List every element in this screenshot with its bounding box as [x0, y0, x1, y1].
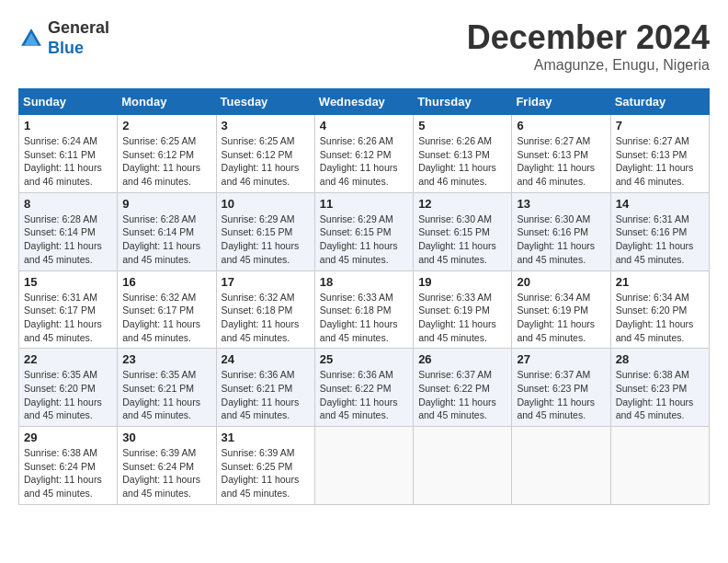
calendar-day-cell: 21 Sunrise: 6:34 AM Sunset: 6:20 PM Dayl… [610, 270, 709, 349]
day-info: Sunrise: 6:28 AM Sunset: 6:14 PM Dayligh… [122, 213, 210, 267]
day-of-week-header: Wednesday [314, 89, 413, 115]
day-info: Sunrise: 6:39 AM Sunset: 6:24 PM Dayligh… [122, 446, 210, 500]
day-number: 10 [222, 197, 310, 211]
calendar-day-cell: 15 Sunrise: 6:31 AM Sunset: 6:17 PM Dayl… [19, 270, 118, 349]
calendar-header-row: SundayMondayTuesdayWednesdayThursdayFrid… [19, 89, 710, 115]
calendar-day-cell: 18 Sunrise: 6:33 AM Sunset: 6:18 PM Dayl… [314, 270, 413, 349]
day-info: Sunrise: 6:27 AM Sunset: 6:13 PM Dayligh… [616, 134, 704, 189]
calendar-day-cell: 11 Sunrise: 6:29 AM Sunset: 6:15 PM Dayl… [314, 192, 413, 270]
day-number: 17 [222, 275, 310, 289]
day-info: Sunrise: 6:37 AM Sunset: 6:22 PM Dayligh… [418, 368, 506, 422]
day-of-week-header: Sunday [19, 89, 118, 115]
calendar-day-cell: 22 Sunrise: 6:35 AM Sunset: 6:20 PM Dayl… [19, 349, 118, 427]
day-info: Sunrise: 6:35 AM Sunset: 6:20 PM Dayligh… [24, 368, 112, 422]
calendar-day-cell: 12 Sunrise: 6:30 AM Sunset: 6:15 PM Dayl… [414, 192, 512, 270]
day-info: Sunrise: 6:25 AM Sunset: 6:12 PM Dayligh… [122, 134, 210, 189]
day-number: 18 [320, 275, 408, 289]
day-number: 9 [122, 197, 210, 211]
calendar-week-row: 1 Sunrise: 6:24 AM Sunset: 6:11 PM Dayli… [19, 115, 710, 193]
calendar-day-cell: 23 Sunrise: 6:35 AM Sunset: 6:21 PM Dayl… [118, 349, 216, 427]
calendar-day-cell: 19 Sunrise: 6:33 AM Sunset: 6:19 PM Dayl… [414, 270, 512, 349]
calendar-day-cell: 9 Sunrise: 6:28 AM Sunset: 6:14 PM Dayli… [118, 192, 216, 270]
day-number: 13 [517, 197, 605, 211]
month-title: December 2024 [467, 18, 710, 57]
logo-general-text: General [48, 18, 109, 37]
logo-icon [18, 26, 44, 52]
day-number: 15 [24, 275, 112, 289]
day-number: 30 [122, 431, 210, 444]
day-number: 25 [320, 352, 408, 366]
day-number: 29 [24, 431, 112, 444]
calendar-day-cell: 2 Sunrise: 6:25 AM Sunset: 6:12 PM Dayli… [118, 115, 216, 193]
day-info: Sunrise: 6:36 AM Sunset: 6:21 PM Dayligh… [222, 368, 310, 422]
day-info: Sunrise: 6:33 AM Sunset: 6:19 PM Dayligh… [418, 291, 506, 345]
day-info: Sunrise: 6:29 AM Sunset: 6:15 PM Dayligh… [222, 213, 310, 267]
calendar-day-cell: 7 Sunrise: 6:27 AM Sunset: 6:13 PM Dayli… [610, 115, 709, 193]
day-of-week-header: Monday [118, 89, 216, 115]
calendar-day-cell: 29 Sunrise: 6:38 AM Sunset: 6:24 PM Dayl… [19, 427, 118, 505]
day-number: 19 [418, 275, 506, 289]
day-number: 14 [616, 197, 704, 211]
day-number: 4 [320, 119, 408, 132]
calendar-day-cell: 3 Sunrise: 6:25 AM Sunset: 6:12 PM Dayli… [216, 115, 314, 193]
day-info: Sunrise: 6:32 AM Sunset: 6:18 PM Dayligh… [222, 291, 310, 345]
day-number: 3 [222, 119, 310, 132]
day-info: Sunrise: 6:38 AM Sunset: 6:23 PM Dayligh… [616, 368, 704, 422]
day-info: Sunrise: 6:30 AM Sunset: 6:16 PM Dayligh… [517, 213, 605, 267]
day-number: 31 [222, 431, 310, 444]
calendar-day-cell: 4 Sunrise: 6:26 AM Sunset: 6:12 PM Dayli… [314, 115, 413, 193]
calendar-day-cell: 25 Sunrise: 6:36 AM Sunset: 6:22 PM Dayl… [314, 349, 413, 427]
calendar-week-row: 8 Sunrise: 6:28 AM Sunset: 6:14 PM Dayli… [19, 192, 710, 270]
calendar-day-cell: 5 Sunrise: 6:26 AM Sunset: 6:13 PM Dayli… [414, 115, 512, 193]
day-of-week-header: Thursday [414, 89, 512, 115]
calendar-day-cell [314, 427, 413, 505]
logo: General Blue [18, 18, 109, 58]
day-info: Sunrise: 6:29 AM Sunset: 6:15 PM Dayligh… [320, 213, 408, 267]
day-number: 28 [616, 352, 704, 366]
calendar-day-cell: 31 Sunrise: 6:39 AM Sunset: 6:25 PM Dayl… [216, 427, 314, 505]
calendar-day-cell: 8 Sunrise: 6:28 AM Sunset: 6:14 PM Dayli… [19, 192, 118, 270]
calendar-day-cell [512, 427, 610, 505]
day-number: 22 [24, 352, 112, 366]
day-info: Sunrise: 6:26 AM Sunset: 6:12 PM Dayligh… [320, 134, 408, 189]
day-info: Sunrise: 6:28 AM Sunset: 6:14 PM Dayligh… [24, 213, 112, 267]
day-of-week-header: Saturday [610, 89, 709, 115]
day-info: Sunrise: 6:30 AM Sunset: 6:15 PM Dayligh… [418, 213, 506, 267]
day-info: Sunrise: 6:31 AM Sunset: 6:17 PM Dayligh… [24, 291, 112, 345]
day-number: 24 [222, 352, 310, 366]
day-number: 8 [24, 197, 112, 211]
day-number: 23 [122, 352, 210, 366]
page-header: General Blue December 2024 Amagunze, Enu… [18, 18, 710, 74]
calendar-day-cell: 27 Sunrise: 6:37 AM Sunset: 6:23 PM Dayl… [512, 349, 610, 427]
day-number: 5 [418, 119, 506, 132]
day-number: 26 [418, 352, 506, 366]
day-number: 20 [517, 275, 605, 289]
calendar-day-cell: 16 Sunrise: 6:32 AM Sunset: 6:17 PM Dayl… [118, 270, 216, 349]
title-block: December 2024 Amagunze, Enugu, Nigeria [467, 18, 710, 74]
calendar-day-cell: 26 Sunrise: 6:37 AM Sunset: 6:22 PM Dayl… [414, 349, 512, 427]
calendar-week-row: 22 Sunrise: 6:35 AM Sunset: 6:20 PM Dayl… [19, 349, 710, 427]
calendar-day-cell [414, 427, 512, 505]
calendar-day-cell: 13 Sunrise: 6:30 AM Sunset: 6:16 PM Dayl… [512, 192, 610, 270]
day-info: Sunrise: 6:27 AM Sunset: 6:13 PM Dayligh… [517, 134, 605, 189]
day-info: Sunrise: 6:31 AM Sunset: 6:16 PM Dayligh… [616, 213, 704, 267]
calendar-day-cell: 24 Sunrise: 6:36 AM Sunset: 6:21 PM Dayl… [216, 349, 314, 427]
day-info: Sunrise: 6:25 AM Sunset: 6:12 PM Dayligh… [222, 134, 310, 189]
calendar-day-cell [610, 427, 709, 505]
day-number: 6 [517, 119, 605, 132]
day-info: Sunrise: 6:39 AM Sunset: 6:25 PM Dayligh… [222, 446, 310, 500]
calendar-day-cell: 10 Sunrise: 6:29 AM Sunset: 6:15 PM Dayl… [216, 192, 314, 270]
day-of-week-header: Friday [512, 89, 610, 115]
calendar-day-cell: 20 Sunrise: 6:34 AM Sunset: 6:19 PM Dayl… [512, 270, 610, 349]
day-number: 1 [24, 119, 112, 132]
calendar-day-cell: 30 Sunrise: 6:39 AM Sunset: 6:24 PM Dayl… [118, 427, 216, 505]
day-number: 21 [616, 275, 704, 289]
calendar-week-row: 15 Sunrise: 6:31 AM Sunset: 6:17 PM Dayl… [19, 270, 710, 349]
day-number: 7 [616, 119, 704, 132]
calendar-day-cell: 17 Sunrise: 6:32 AM Sunset: 6:18 PM Dayl… [216, 270, 314, 349]
day-number: 16 [122, 275, 210, 289]
logo-blue-text: Blue [48, 39, 84, 57]
day-number: 27 [517, 352, 605, 366]
day-info: Sunrise: 6:35 AM Sunset: 6:21 PM Dayligh… [122, 368, 210, 422]
calendar-day-cell: 1 Sunrise: 6:24 AM Sunset: 6:11 PM Dayli… [19, 115, 118, 193]
